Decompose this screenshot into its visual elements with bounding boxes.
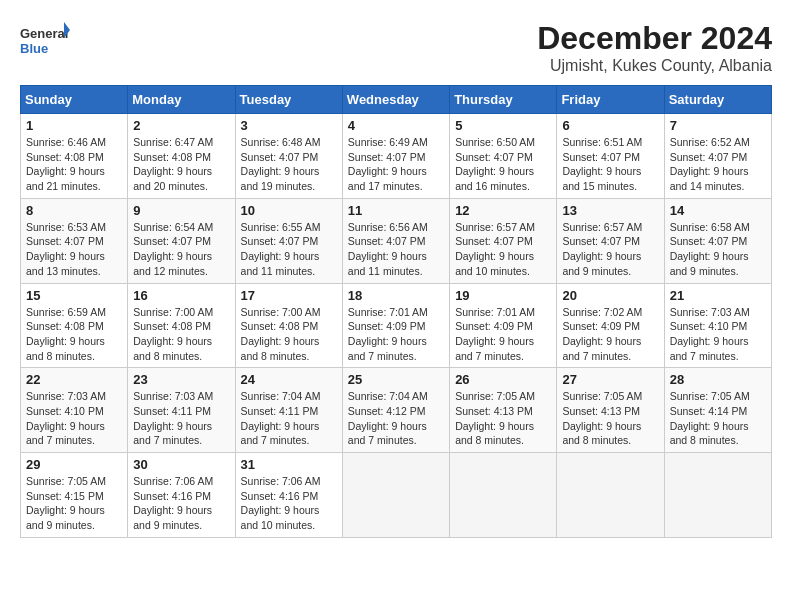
day-number: 27 <box>562 372 658 387</box>
day-number: 6 <box>562 118 658 133</box>
col-wednesday: Wednesday <box>342 86 449 114</box>
calendar-day-cell: 26Sunrise: 7:05 AM Sunset: 4:13 PM Dayli… <box>450 368 557 453</box>
day-number: 22 <box>26 372 122 387</box>
day-number: 11 <box>348 203 444 218</box>
day-info: Sunrise: 6:47 AM Sunset: 4:08 PM Dayligh… <box>133 135 229 194</box>
day-info: Sunrise: 7:05 AM Sunset: 4:15 PM Dayligh… <box>26 474 122 533</box>
calendar-day-cell: 16Sunrise: 7:00 AM Sunset: 4:08 PM Dayli… <box>128 283 235 368</box>
day-number: 10 <box>241 203 337 218</box>
day-number: 18 <box>348 288 444 303</box>
calendar-day-cell: 13Sunrise: 6:57 AM Sunset: 4:07 PM Dayli… <box>557 198 664 283</box>
calendar-day-cell: 1Sunrise: 6:46 AM Sunset: 4:08 PM Daylig… <box>21 114 128 199</box>
day-number: 15 <box>26 288 122 303</box>
calendar-day-cell: 31Sunrise: 7:06 AM Sunset: 4:16 PM Dayli… <box>235 453 342 538</box>
day-info: Sunrise: 6:57 AM Sunset: 4:07 PM Dayligh… <box>562 220 658 279</box>
calendar-day-cell: 29Sunrise: 7:05 AM Sunset: 4:15 PM Dayli… <box>21 453 128 538</box>
calendar-day-cell: 28Sunrise: 7:05 AM Sunset: 4:14 PM Dayli… <box>664 368 771 453</box>
day-number: 14 <box>670 203 766 218</box>
day-info: Sunrise: 7:02 AM Sunset: 4:09 PM Dayligh… <box>562 305 658 364</box>
calendar-day-cell <box>664 453 771 538</box>
month-year-title: December 2024 <box>537 20 772 57</box>
day-info: Sunrise: 6:55 AM Sunset: 4:07 PM Dayligh… <box>241 220 337 279</box>
col-saturday: Saturday <box>664 86 771 114</box>
logo-svg: General Blue <box>20 20 70 65</box>
calendar-day-cell <box>450 453 557 538</box>
day-number: 3 <box>241 118 337 133</box>
calendar-day-cell: 2Sunrise: 6:47 AM Sunset: 4:08 PM Daylig… <box>128 114 235 199</box>
day-number: 30 <box>133 457 229 472</box>
day-number: 4 <box>348 118 444 133</box>
day-number: 16 <box>133 288 229 303</box>
day-number: 17 <box>241 288 337 303</box>
calendar-table: Sunday Monday Tuesday Wednesday Thursday… <box>20 85 772 538</box>
day-info: Sunrise: 6:56 AM Sunset: 4:07 PM Dayligh… <box>348 220 444 279</box>
calendar-day-cell: 11Sunrise: 6:56 AM Sunset: 4:07 PM Dayli… <box>342 198 449 283</box>
header: General Blue December 2024 Ujmisht, Kuke… <box>20 20 772 75</box>
logo: General Blue <box>20 20 70 65</box>
calendar-week-row: 22Sunrise: 7:03 AM Sunset: 4:10 PM Dayli… <box>21 368 772 453</box>
day-info: Sunrise: 6:48 AM Sunset: 4:07 PM Dayligh… <box>241 135 337 194</box>
calendar-day-cell: 18Sunrise: 7:01 AM Sunset: 4:09 PM Dayli… <box>342 283 449 368</box>
day-number: 2 <box>133 118 229 133</box>
day-info: Sunrise: 7:01 AM Sunset: 4:09 PM Dayligh… <box>455 305 551 364</box>
col-thursday: Thursday <box>450 86 557 114</box>
day-number: 23 <box>133 372 229 387</box>
day-info: Sunrise: 7:05 AM Sunset: 4:13 PM Dayligh… <box>455 389 551 448</box>
col-friday: Friday <box>557 86 664 114</box>
calendar-day-cell: 7Sunrise: 6:52 AM Sunset: 4:07 PM Daylig… <box>664 114 771 199</box>
col-sunday: Sunday <box>21 86 128 114</box>
day-info: Sunrise: 6:57 AM Sunset: 4:07 PM Dayligh… <box>455 220 551 279</box>
calendar-day-cell: 27Sunrise: 7:05 AM Sunset: 4:13 PM Dayli… <box>557 368 664 453</box>
day-number: 21 <box>670 288 766 303</box>
day-info: Sunrise: 6:51 AM Sunset: 4:07 PM Dayligh… <box>562 135 658 194</box>
day-number: 8 <box>26 203 122 218</box>
calendar-day-cell: 10Sunrise: 6:55 AM Sunset: 4:07 PM Dayli… <box>235 198 342 283</box>
calendar-day-cell: 6Sunrise: 6:51 AM Sunset: 4:07 PM Daylig… <box>557 114 664 199</box>
calendar-day-cell <box>342 453 449 538</box>
day-info: Sunrise: 7:05 AM Sunset: 4:13 PM Dayligh… <box>562 389 658 448</box>
day-info: Sunrise: 7:04 AM Sunset: 4:11 PM Dayligh… <box>241 389 337 448</box>
day-info: Sunrise: 6:54 AM Sunset: 4:07 PM Dayligh… <box>133 220 229 279</box>
day-number: 31 <box>241 457 337 472</box>
day-info: Sunrise: 7:06 AM Sunset: 4:16 PM Dayligh… <box>241 474 337 533</box>
calendar-day-cell: 8Sunrise: 6:53 AM Sunset: 4:07 PM Daylig… <box>21 198 128 283</box>
day-info: Sunrise: 6:49 AM Sunset: 4:07 PM Dayligh… <box>348 135 444 194</box>
calendar-day-cell: 15Sunrise: 6:59 AM Sunset: 4:08 PM Dayli… <box>21 283 128 368</box>
day-info: Sunrise: 7:00 AM Sunset: 4:08 PM Dayligh… <box>133 305 229 364</box>
page-container: General Blue December 2024 Ujmisht, Kuke… <box>20 20 772 538</box>
day-info: Sunrise: 6:53 AM Sunset: 4:07 PM Dayligh… <box>26 220 122 279</box>
day-info: Sunrise: 7:03 AM Sunset: 4:11 PM Dayligh… <box>133 389 229 448</box>
day-info: Sunrise: 7:03 AM Sunset: 4:10 PM Dayligh… <box>26 389 122 448</box>
calendar-week-row: 15Sunrise: 6:59 AM Sunset: 4:08 PM Dayli… <box>21 283 772 368</box>
day-info: Sunrise: 7:04 AM Sunset: 4:12 PM Dayligh… <box>348 389 444 448</box>
title-section: December 2024 Ujmisht, Kukes County, Alb… <box>537 20 772 75</box>
calendar-week-row: 1Sunrise: 6:46 AM Sunset: 4:08 PM Daylig… <box>21 114 772 199</box>
day-number: 20 <box>562 288 658 303</box>
day-number: 26 <box>455 372 551 387</box>
location-subtitle: Ujmisht, Kukes County, Albania <box>537 57 772 75</box>
day-info: Sunrise: 7:00 AM Sunset: 4:08 PM Dayligh… <box>241 305 337 364</box>
calendar-week-row: 29Sunrise: 7:05 AM Sunset: 4:15 PM Dayli… <box>21 453 772 538</box>
svg-text:Blue: Blue <box>20 41 48 56</box>
day-number: 13 <box>562 203 658 218</box>
calendar-day-cell: 4Sunrise: 6:49 AM Sunset: 4:07 PM Daylig… <box>342 114 449 199</box>
day-number: 29 <box>26 457 122 472</box>
svg-text:General: General <box>20 26 68 41</box>
day-info: Sunrise: 6:52 AM Sunset: 4:07 PM Dayligh… <box>670 135 766 194</box>
calendar-day-cell: 19Sunrise: 7:01 AM Sunset: 4:09 PM Dayli… <box>450 283 557 368</box>
day-number: 19 <box>455 288 551 303</box>
calendar-day-cell: 30Sunrise: 7:06 AM Sunset: 4:16 PM Dayli… <box>128 453 235 538</box>
calendar-day-cell: 9Sunrise: 6:54 AM Sunset: 4:07 PM Daylig… <box>128 198 235 283</box>
day-number: 9 <box>133 203 229 218</box>
day-info: Sunrise: 7:06 AM Sunset: 4:16 PM Dayligh… <box>133 474 229 533</box>
calendar-day-cell: 23Sunrise: 7:03 AM Sunset: 4:11 PM Dayli… <box>128 368 235 453</box>
calendar-week-row: 8Sunrise: 6:53 AM Sunset: 4:07 PM Daylig… <box>21 198 772 283</box>
day-info: Sunrise: 7:03 AM Sunset: 4:10 PM Dayligh… <box>670 305 766 364</box>
day-number: 25 <box>348 372 444 387</box>
calendar-day-cell: 20Sunrise: 7:02 AM Sunset: 4:09 PM Dayli… <box>557 283 664 368</box>
col-tuesday: Tuesday <box>235 86 342 114</box>
day-number: 28 <box>670 372 766 387</box>
calendar-day-cell: 3Sunrise: 6:48 AM Sunset: 4:07 PM Daylig… <box>235 114 342 199</box>
day-info: Sunrise: 6:46 AM Sunset: 4:08 PM Dayligh… <box>26 135 122 194</box>
day-number: 5 <box>455 118 551 133</box>
